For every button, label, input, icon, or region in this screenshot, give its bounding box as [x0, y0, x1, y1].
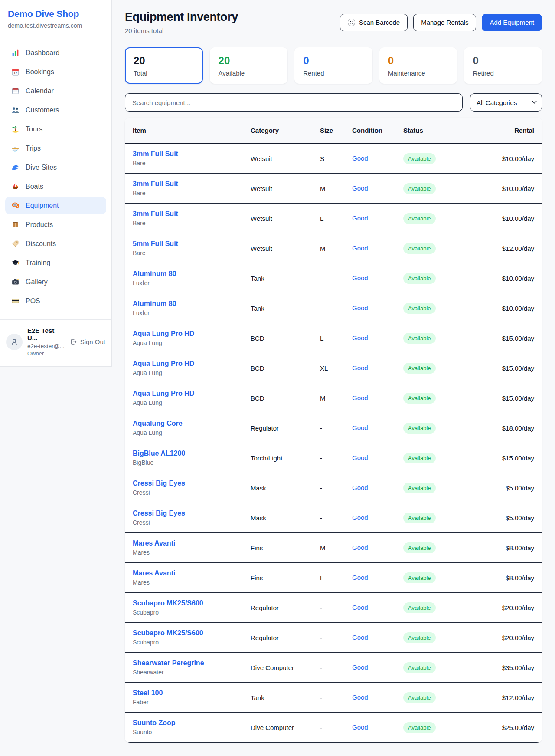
graduation-cap-icon [11, 259, 20, 267]
status-cell: Available [403, 303, 488, 314]
rental-cell: $12.00/day [488, 245, 534, 252]
condition-link[interactable]: Good [352, 604, 368, 611]
item-name-link[interactable]: Aqua Lung Pro HD [133, 390, 251, 398]
sidebar-item-pos[interactable]: POS [5, 293, 106, 309]
equipment-row: Mares Avanti Mares Fins L Good Available… [125, 563, 542, 593]
sidebar-item-discounts[interactable]: Discounts [5, 235, 106, 252]
item-name-link[interactable]: 3mm Full Suit [133, 150, 251, 158]
sidebar-item-trips[interactable]: Trips [5, 140, 106, 157]
sidebar-item-gallery[interactable]: Gallery [5, 273, 106, 290]
rental-cell: $10.00/day [488, 215, 534, 222]
condition-link[interactable]: Good [352, 244, 368, 252]
condition-link[interactable]: Good [352, 664, 368, 671]
item-name-link[interactable]: Aluminum 80 [133, 300, 251, 308]
item-name-link[interactable]: Steel 100 [133, 689, 251, 697]
sidebar-item-calendar[interactable]: Calendar [5, 82, 106, 99]
category-cell: Tank [251, 694, 320, 701]
user-name: E2E Test U... [27, 327, 65, 342]
condition-link[interactable]: Good [352, 634, 368, 641]
brand-block[interactable]: Demo Dive Shop demo.test.divestreams.com [0, 0, 111, 37]
sidebar-item-boats[interactable]: Boats [5, 178, 106, 195]
sidebar-item-dive-sites[interactable]: Dive Sites [5, 159, 106, 176]
sidebar-item-products[interactable]: Products [5, 216, 106, 233]
barcode-scan-icon [348, 19, 355, 26]
category-cell: Fins [251, 544, 320, 552]
condition-link[interactable]: Good [352, 154, 368, 162]
stat-card-available[interactable]: 20 Available [210, 47, 288, 84]
item-name-link[interactable]: Suunto Zoop [133, 719, 251, 727]
condition-cell: Good [352, 544, 403, 552]
condition-cell: Good [352, 244, 403, 252]
stat-card-total[interactable]: 20 Total [125, 47, 203, 84]
item-name-link[interactable]: Cressi Big Eyes [133, 480, 251, 487]
condition-link[interactable]: Good [352, 544, 368, 551]
item-cell: 5mm Full Suit Bare [133, 240, 251, 256]
condition-link[interactable]: Good [352, 364, 368, 371]
sidebar-item-bookings[interactable]: 17 Bookings [5, 63, 106, 80]
item-brand: Aqua Lung [133, 399, 251, 406]
category-cell: BCD [251, 335, 320, 342]
rental-cell: $25.00/day [488, 724, 534, 731]
status-badge: Available [403, 572, 436, 583]
item-name-link[interactable]: Aqua Lung Pro HD [133, 360, 251, 368]
sidebar-item-equipment[interactable]: Equipment [5, 197, 106, 214]
condition-link[interactable]: Good [352, 184, 368, 192]
equipment-row: 5mm Full Suit Bare Wetsuit M Good Availa… [125, 233, 542, 263]
condition-link[interactable]: Good [352, 274, 368, 282]
sign-out-button[interactable]: Sign Out [70, 338, 105, 345]
item-name-link[interactable]: Mares Avanti [133, 539, 251, 547]
condition-link[interactable]: Good [352, 484, 368, 491]
sidebar-item-tours[interactable]: Tours [5, 121, 106, 138]
stat-card-rented[interactable]: 0 Rented [294, 47, 372, 84]
condition-link[interactable]: Good [352, 574, 368, 581]
item-name-link[interactable]: Cressi Big Eyes [133, 509, 251, 517]
category-filter-select[interactable]: All Categories [470, 93, 542, 112]
status-cell: Available [403, 453, 488, 463]
condition-link[interactable]: Good [352, 334, 368, 342]
item-name-link[interactable]: Scubapro MK25/S600 [133, 629, 251, 637]
condition-link[interactable]: Good [352, 723, 368, 731]
item-name-link[interactable]: 3mm Full Suit [133, 210, 251, 218]
scan-barcode-button[interactable]: Scan Barcode [340, 14, 408, 31]
item-name-link[interactable]: Aqua Lung Pro HD [133, 330, 251, 338]
condition-link[interactable]: Good [352, 694, 368, 701]
condition-link[interactable]: Good [352, 304, 368, 312]
sidebar-item-training[interactable]: Training [5, 254, 106, 271]
item-name-link[interactable]: Aqualung Core [133, 420, 251, 427]
manage-rentals-button[interactable]: Manage Rentals [413, 14, 476, 31]
item-name-link[interactable]: 3mm Full Suit [133, 180, 251, 188]
condition-link[interactable]: Good [352, 214, 368, 222]
item-name-link[interactable]: BigBlue AL1200 [133, 450, 251, 457]
shop-name[interactable]: Demo Dive Shop [8, 9, 104, 19]
condition-link[interactable]: Good [352, 394, 368, 401]
status-cell: Available [403, 692, 488, 703]
equipment-row: Cressi Big Eyes Cressi Mask - Good Avail… [125, 503, 542, 533]
sidebar-item-customers[interactable]: Customers [5, 102, 106, 118]
item-name-link[interactable]: Mares Avanti [133, 569, 251, 577]
item-name-link[interactable]: Aluminum 80 [133, 270, 251, 278]
category-cell: Regulator [251, 424, 320, 432]
page-title: Equipment Inventory [125, 10, 340, 24]
sidebar: Demo Dive Shop demo.test.divestreams.com… [0, 0, 112, 367]
add-equipment-button[interactable]: Add Equipment [482, 14, 542, 31]
equipment-row: Cressi Big Eyes Cressi Mask - Good Avail… [125, 473, 542, 503]
item-name-link[interactable]: 5mm Full Suit [133, 240, 251, 248]
sidebar-item-label: Training [26, 259, 50, 267]
search-input[interactable] [125, 93, 463, 112]
item-name-link[interactable]: Scubapro MK25/S600 [133, 599, 251, 607]
stat-card-retired[interactable]: 0 Retired [464, 47, 542, 84]
item-brand: Bare [133, 190, 251, 197]
condition-link[interactable]: Good [352, 424, 368, 431]
item-name-link[interactable]: Shearwater Peregrine [133, 659, 251, 667]
category-cell: BCD [251, 365, 320, 372]
condition-link[interactable]: Good [352, 514, 368, 521]
stat-card-maintenance[interactable]: 0 Maintenance [379, 47, 457, 84]
item-cell: Aqua Lung Pro HD Aqua Lung [133, 390, 251, 406]
page-header: Equipment Inventory 20 items total Scan … [125, 10, 542, 34]
condition-link[interactable]: Good [352, 454, 368, 461]
status-cell: Available [403, 513, 488, 523]
equipment-row: Scubapro MK25/S600 Scubapro Regulator - … [125, 593, 542, 623]
ocean-wave-icon [11, 163, 20, 171]
condition-cell: Good [352, 214, 403, 222]
sidebar-item-dashboard[interactable]: Dashboard [5, 44, 106, 61]
